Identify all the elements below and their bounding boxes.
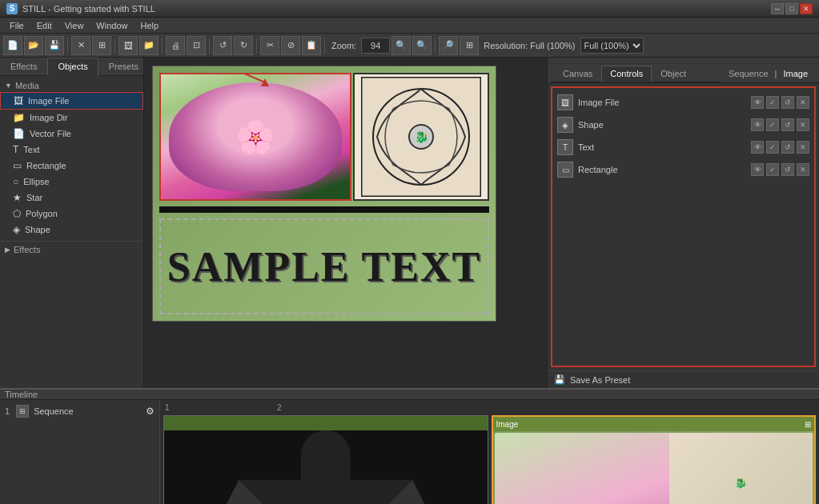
folder-button[interactable]: 📁 xyxy=(139,36,159,55)
sequence-icon: ⊞ xyxy=(16,405,29,418)
layer-shape[interactable]: ◈ Shape 👁 ✓ ↺ ✕ xyxy=(552,114,814,136)
search-button[interactable]: 🔎 xyxy=(439,36,458,55)
timeline-left: 1 ⊞ Sequence ⚙ xyxy=(0,400,160,504)
app-icon: S xyxy=(6,3,18,14)
duplicate-button[interactable]: ⊞ xyxy=(92,36,111,55)
zoom-out-button[interactable]: 🔍 xyxy=(412,36,432,55)
cut-button[interactable]: ✂ xyxy=(260,36,279,55)
save-preset-button[interactable]: 💾 Save As Preset xyxy=(548,370,819,388)
tab-effects[interactable]: Effects xyxy=(0,58,47,75)
layer-text[interactable]: T Text 👁 ✓ ↺ ✕ xyxy=(552,136,814,158)
timeline-slot-2-expand[interactable]: ⊞ xyxy=(805,420,811,429)
layer-rectangle-check[interactable]: ✓ xyxy=(766,163,779,176)
tab-object[interactable]: Object xyxy=(652,66,695,82)
layer-text-label: Text xyxy=(578,142,751,152)
sequence-number: 1 xyxy=(5,406,10,416)
layer-text-delete[interactable]: ✕ xyxy=(797,141,809,154)
resolution-select[interactable]: Full (100%) Half (50%) xyxy=(580,38,644,54)
layer-text-reset[interactable]: ↺ xyxy=(781,141,794,154)
timeline-slot-2[interactable]: Image ⊞ 🐉 SAMPLE T xyxy=(492,415,817,504)
redo-button[interactable]: ↻ xyxy=(234,36,253,55)
sequence-link[interactable]: Sequence xyxy=(729,69,769,78)
sidebar-item-vectorfile[interactable]: 📄 Vector File xyxy=(0,126,143,142)
save-button[interactable]: 💾 xyxy=(45,36,64,55)
save-preset-label: Save As Preset xyxy=(570,375,630,385)
svg-marker-1 xyxy=(261,78,269,86)
layer-shape-eye[interactable]: 👁 xyxy=(751,118,764,131)
timeline-numbers-row: 1 2 xyxy=(163,403,816,412)
layer-shape-check[interactable]: ✓ xyxy=(766,118,779,131)
layer-imagefile-eye[interactable]: 👁 xyxy=(751,96,764,109)
titlebar: S STILL - Getting started with STILL ─ □… xyxy=(0,0,819,18)
layer-rectangle[interactable]: ▭ Rectangle 👁 ✓ ↺ ✕ xyxy=(552,158,814,181)
menu-help[interactable]: Help xyxy=(134,19,165,32)
layer-rectangle-delete[interactable]: ✕ xyxy=(797,163,809,176)
layer-text-check[interactable]: ✓ xyxy=(766,141,779,154)
sidebar-item-imagefile[interactable]: 🖼 Image File xyxy=(0,92,143,110)
layer-imagefile-controls: 👁 ✓ ↺ ✕ xyxy=(751,96,809,109)
decorative-object[interactable]: 🐉 xyxy=(353,73,489,201)
timeline-slot-1[interactable] xyxy=(163,415,488,504)
sidebar-item-rectangle[interactable]: ▭ Rectangle xyxy=(0,158,143,174)
menu-edit[interactable]: Edit xyxy=(30,19,58,32)
timeline-thumb-2-img: 🐉 xyxy=(493,431,815,504)
layer-text-eye[interactable]: 👁 xyxy=(751,141,764,154)
layer-imagefile-delete[interactable]: ✕ xyxy=(797,96,809,109)
text-object[interactable]: SAMPLE TEXT xyxy=(159,218,489,314)
print2-button[interactable]: ⊡ xyxy=(187,36,206,55)
sidebar-item-text[interactable]: T Text xyxy=(0,142,143,158)
zoom-input[interactable] xyxy=(361,38,390,54)
effects-section-header[interactable]: ▶ Effects xyxy=(0,242,143,258)
media-arrow-icon: ▼ xyxy=(5,82,12,90)
timeline-thumb-1-img xyxy=(164,430,488,504)
tab-presets[interactable]: Presets xyxy=(98,58,149,75)
fit-button[interactable]: ⊞ xyxy=(460,36,479,55)
import-button[interactable]: 🖼 xyxy=(118,36,138,55)
canvas[interactable]: 🐉 SAMPLE TEXT xyxy=(152,66,496,322)
copy-button[interactable]: ⊘ xyxy=(281,36,300,55)
timeline-slots-container: 1 2 xyxy=(163,403,816,504)
layer-shape-label: Shape xyxy=(578,120,751,130)
menu-file[interactable]: File xyxy=(3,19,30,32)
star-icon: ★ xyxy=(13,192,22,203)
sidebar-item-shape[interactable]: ◈ Shape xyxy=(0,222,143,238)
layer-imagefile[interactable]: 🖼 Image File 👁 ✓ ↺ ✕ xyxy=(552,91,814,114)
media-section-header[interactable]: ▼ Media xyxy=(0,79,143,92)
print-button[interactable]: 🖨 xyxy=(166,36,185,55)
menu-window[interactable]: Window xyxy=(90,19,134,32)
layer-imagefile-reset[interactable]: ↺ xyxy=(781,96,794,109)
image-file-object[interactable] xyxy=(159,73,351,201)
close-button[interactable]: ✕ xyxy=(800,3,813,14)
sidebar-item-ellipse[interactable]: ○ Ellipse xyxy=(0,174,143,190)
delete-button[interactable]: ✕ xyxy=(71,36,90,55)
open-button[interactable]: 📂 xyxy=(24,36,43,55)
timeline-thumb-2[interactable]: Image ⊞ 🐉 SAMPLE T xyxy=(492,415,817,504)
menu-view[interactable]: View xyxy=(58,19,90,32)
layer-rectangle-eye[interactable]: 👁 xyxy=(751,163,764,176)
seq-settings-icon[interactable]: ⚙ xyxy=(146,406,155,417)
tab-controls[interactable]: Controls xyxy=(601,66,652,82)
layer-shape-delete[interactable]: ✕ xyxy=(797,118,809,131)
layer-rectangle-reset[interactable]: ↺ xyxy=(781,163,794,176)
sidebar-item-polygon[interactable]: ⬠ Polygon xyxy=(0,206,143,222)
imagefile-icon: 🖼 xyxy=(14,95,23,106)
image-link[interactable]: Image xyxy=(783,69,808,78)
sidebar-item-star[interactable]: ★ Star xyxy=(0,190,143,206)
minimize-button[interactable]: ─ xyxy=(771,3,784,14)
right-header: Canvas Controls Object Sequence | Image xyxy=(548,64,819,83)
zoom-in-button[interactable]: 🔍 xyxy=(391,36,411,55)
slot-2-number: 2 xyxy=(275,403,387,412)
undo-button[interactable]: ↺ xyxy=(213,36,232,55)
seq-img-bar: Sequence | Image xyxy=(721,67,816,80)
layer-text-icon: T xyxy=(557,139,573,155)
layer-imagefile-check[interactable]: ✓ xyxy=(766,96,779,109)
sidebar-item-imagedir[interactable]: 📁 Image Dir xyxy=(0,110,143,126)
tab-objects[interactable]: Objects xyxy=(47,58,98,76)
new-button[interactable]: 📄 xyxy=(3,36,22,55)
tab-canvas[interactable]: Canvas xyxy=(554,66,601,82)
restore-button[interactable]: □ xyxy=(785,3,798,14)
sequence-name: Sequence xyxy=(34,406,74,416)
paste-button[interactable]: 📋 xyxy=(302,36,321,55)
layer-shape-reset[interactable]: ↺ xyxy=(781,118,794,131)
timeline-thumb-1[interactable] xyxy=(163,415,488,504)
